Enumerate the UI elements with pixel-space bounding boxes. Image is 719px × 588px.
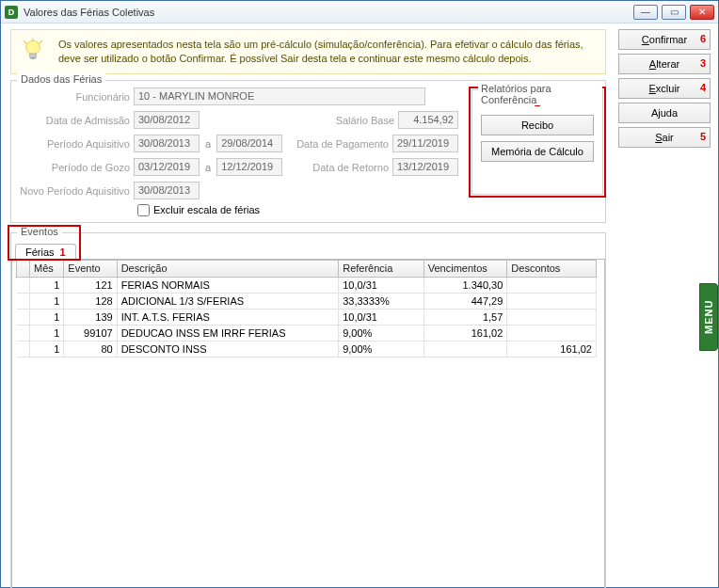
table-row[interactable]: 1128ADICIONAL 1/3 S/FERIAS33,3333%447,29: [17, 293, 597, 309]
reports-annotation-box: Relatórios para Conferência 2 Recibo Mem…: [469, 87, 606, 198]
novo-aq-field: 30/08/2013: [134, 182, 200, 199]
col-descricao[interactable]: Descrição: [117, 260, 339, 277]
gozo-ini-field: 03/12/2019: [134, 158, 200, 176]
close-button[interactable]: ✕: [690, 5, 714, 20]
col-mes[interactable]: Mês: [30, 260, 64, 277]
salario-field: 4.154,92: [398, 111, 458, 129]
eventos-legend: Eventos: [17, 226, 62, 237]
admissao-label: Data de Admissão: [19, 115, 130, 126]
svg-rect-1: [30, 54, 37, 57]
reports-fieldset: Relatórios para Conferência 2 Recibo Mem…: [471, 89, 603, 195]
svg-point-0: [26, 40, 40, 55]
pagamento-field: 29/11/2019: [392, 135, 458, 152]
col-evento[interactable]: Evento: [64, 260, 117, 277]
grid-header-row: Mês Evento Descrição Referência Vencimen…: [17, 260, 597, 277]
alterar-button[interactable]: Alterar3: [618, 54, 711, 74]
novo-aq-label: Novo Período Aquisitivo: [19, 185, 130, 197]
table-row[interactable]: 1139INT. A.T.S. FERIAS10,0/311,57: [17, 309, 597, 325]
maximize-button[interactable]: ▭: [662, 5, 686, 20]
ajuda-button[interactable]: Ajuda: [618, 103, 711, 123]
annotation-6: 6: [700, 33, 706, 44]
annotation-5: 5: [700, 131, 706, 142]
lightbulb-icon: [21, 38, 45, 62]
funcionario-label: Funcionário: [19, 91, 130, 103]
recibo-button[interactable]: Recibo: [481, 115, 594, 135]
gozo-label: Período de Gozo: [19, 162, 130, 173]
minimize-button[interactable]: —: [633, 5, 658, 20]
retorno-field: 13/12/2019: [392, 158, 458, 176]
col-referencia[interactable]: Referência: [339, 260, 424, 277]
table-row[interactable]: 199107DEDUCAO INSS EM IRRF FERIAS9,00%16…: [17, 325, 597, 341]
memoria-button[interactable]: Memória de Cálculo: [481, 141, 594, 162]
info-banner: Os valores apresentados nesta tela são u…: [10, 29, 606, 74]
events-grid[interactable]: Mês Evento Descrição Referência Vencimen…: [16, 260, 597, 588]
sair-button[interactable]: Sair5: [618, 127, 711, 148]
side-menu-tab[interactable]: MENU: [699, 283, 718, 351]
salario-label: Salário Base: [336, 115, 394, 126]
col-vencimentos[interactable]: Vencimentos: [423, 260, 507, 277]
confirmar-button[interactable]: Confirmar6: [618, 29, 711, 50]
titlebar: D Valores das Férias Coletivas — ▭ ✕: [1, 1, 718, 24]
annotation-3: 3: [700, 57, 706, 69]
excluir-button[interactable]: Excluir4: [618, 78, 711, 99]
annotation-4: 4: [700, 82, 706, 93]
aquisitivo-label: Período Aquisitivo: [19, 138, 130, 150]
aquisitivo-ini-field: 30/08/2013: [134, 135, 200, 152]
info-text: Os valores apresentados nesta tela são u…: [58, 39, 583, 64]
window-frame: D Valores das Férias Coletivas — ▭ ✕ Con…: [0, 0, 719, 588]
app-icon: D: [5, 6, 18, 19]
dados-legend: Dados das Férias: [17, 73, 105, 85]
excluir-escala-checkbox[interactable]: [137, 204, 150, 216]
retorno-label: Data de Retorno: [312, 162, 389, 173]
col-selector[interactable]: [17, 260, 30, 277]
aquisitivo-fim-field: 29/08/2014: [216, 135, 282, 152]
admissao-field: 30/08/2012: [134, 111, 200, 129]
table-row[interactable]: 1121FERIAS NORMAIS10,0/311.340,30: [17, 277, 597, 293]
window-title: Valores das Férias Coletivas: [24, 7, 633, 18]
grid-empty-area: [16, 358, 597, 588]
col-descontos[interactable]: Descontos: [507, 260, 597, 277]
funcionario-field: 10 - MARYLIN MONROE: [134, 87, 425, 105]
tab-ferias[interactable]: Férias1: [15, 244, 76, 260]
annotation-1: 1: [60, 246, 66, 258]
pagamento-label: Data de Pagamento: [296, 138, 389, 150]
reports-legend: Relatórios para Conferência: [478, 83, 602, 105]
excluir-escala-label: Excluir escala de férias: [153, 204, 260, 215]
table-row[interactable]: 180DESCONTO INSS9,00%161,02: [17, 341, 597, 357]
eventos-fieldset: Eventos Férias1: [10, 232, 606, 588]
gozo-fim-field: 12/12/2019: [216, 158, 282, 176]
svg-rect-2: [31, 57, 36, 59]
